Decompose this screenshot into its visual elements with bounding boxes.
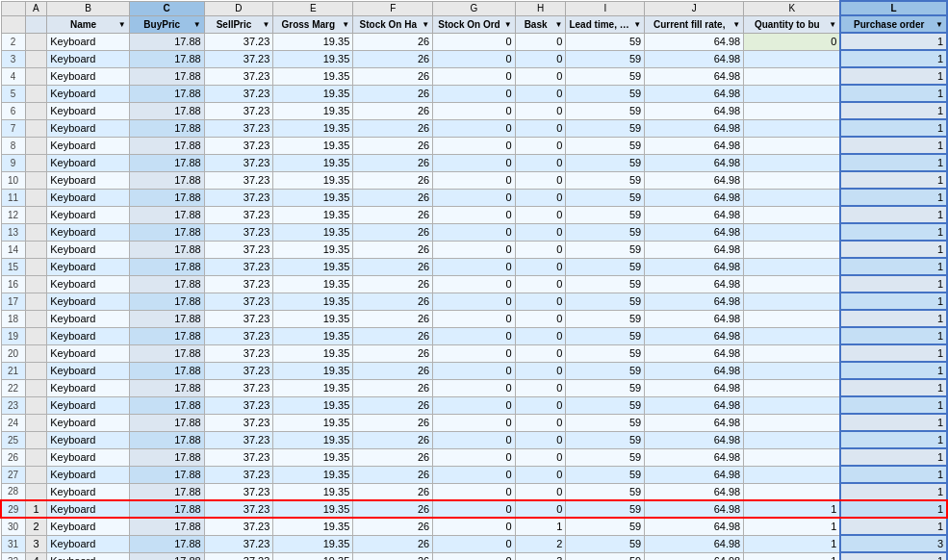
cell-g[interactable]: 0 (433, 552, 515, 560)
cell-i[interactable]: 59 (566, 552, 645, 560)
cell-b[interactable]: Keyboard (47, 241, 129, 258)
cell-f[interactable]: 26 (353, 67, 433, 85)
cell-d[interactable]: 37.23 (204, 189, 273, 206)
cell-i[interactable]: 59 (566, 535, 645, 552)
cell-h[interactable]: 0 (515, 85, 566, 102)
table-row[interactable]: 24Keyboard17.8837.2319.3526005964.981 (1, 414, 947, 431)
cell-j[interactable]: 64.98 (645, 344, 744, 362)
cell-i[interactable]: 59 (566, 466, 645, 483)
cell-i[interactable]: 59 (566, 293, 645, 310)
cell-a[interactable] (25, 448, 47, 466)
table-row[interactable]: 324Keyboard17.8837.2319.3526035964.9811 (1, 552, 947, 560)
cell-j[interactable]: 64.98 (645, 500, 744, 518)
cell-a[interactable] (25, 414, 47, 431)
cell-k[interactable] (744, 119, 841, 137)
cell-k[interactable] (744, 85, 841, 102)
cell-g[interactable]: 0 (433, 171, 515, 189)
cell-c[interactable]: 17.88 (129, 344, 204, 362)
cell-f[interactable]: 26 (353, 535, 433, 552)
col-letter-g[interactable]: G (433, 1, 515, 15)
cell-d[interactable]: 37.23 (204, 379, 273, 396)
filter-j-icon[interactable]: ▼ (732, 20, 740, 29)
cell-c[interactable]: 17.88 (129, 223, 204, 241)
cell-b[interactable]: Keyboard (47, 500, 129, 518)
cell-e[interactable]: 19.35 (273, 344, 353, 362)
header-col-b[interactable]: Name ▼ (47, 15, 129, 33)
cell-e[interactable]: 19.35 (273, 414, 353, 431)
col-letter-c[interactable]: C (129, 1, 204, 15)
cell-a[interactable] (25, 431, 47, 448)
cell-a[interactable] (25, 223, 47, 241)
cell-e[interactable]: 19.35 (273, 119, 353, 137)
cell-a[interactable] (25, 102, 47, 119)
table-row[interactable]: 26Keyboard17.8837.2319.3526005964.981 (1, 448, 947, 466)
cell-e[interactable]: 19.35 (273, 466, 353, 483)
table-row[interactable]: 4Keyboard17.8837.2319.3526005964.981 (1, 67, 947, 85)
cell-e[interactable]: 19.35 (273, 535, 353, 552)
cell-l[interactable]: 1 (840, 50, 947, 67)
cell-a[interactable] (25, 50, 47, 67)
cell-f[interactable]: 26 (353, 102, 433, 119)
cell-e[interactable]: 19.35 (273, 518, 353, 535)
cell-f[interactable]: 26 (353, 310, 433, 327)
cell-l[interactable]: 1 (840, 206, 947, 223)
cell-l[interactable]: 1 (840, 483, 947, 500)
table-row[interactable]: 25Keyboard17.8837.2319.3526005964.981 (1, 431, 947, 448)
cell-h[interactable]: 0 (515, 448, 566, 466)
cell-d[interactable]: 37.23 (204, 535, 273, 552)
cell-j[interactable]: 64.98 (645, 171, 744, 189)
cell-a[interactable] (25, 362, 47, 379)
cell-l[interactable]: 1 (840, 275, 947, 293)
cell-g[interactable]: 0 (433, 431, 515, 448)
cell-l[interactable]: 1 (840, 327, 947, 344)
cell-a[interactable] (25, 171, 47, 189)
cell-d[interactable]: 37.23 (204, 223, 273, 241)
cell-g[interactable]: 0 (433, 275, 515, 293)
cell-c[interactable]: 17.88 (129, 379, 204, 396)
header-col-d[interactable]: SellPric ▼ (204, 15, 273, 33)
cell-d[interactable]: 37.23 (204, 431, 273, 448)
cell-i[interactable]: 59 (566, 379, 645, 396)
cell-h[interactable]: 0 (515, 362, 566, 379)
col-letter-f[interactable]: F (353, 1, 433, 15)
cell-f[interactable]: 26 (353, 189, 433, 206)
cell-c[interactable]: 17.88 (129, 483, 204, 500)
cell-i[interactable]: 59 (566, 344, 645, 362)
cell-g[interactable]: 0 (433, 310, 515, 327)
cell-b[interactable]: Keyboard (47, 535, 129, 552)
cell-i[interactable]: 59 (566, 483, 645, 500)
cell-g[interactable]: 0 (433, 119, 515, 137)
table-row[interactable]: 6Keyboard17.8837.2319.3526005964.981 (1, 102, 947, 119)
cell-h[interactable]: 0 (515, 102, 566, 119)
cell-a[interactable] (25, 327, 47, 344)
table-row[interactable]: 15Keyboard17.8837.2319.3526005964.981 (1, 258, 947, 275)
cell-f[interactable]: 26 (353, 33, 433, 50)
cell-d[interactable]: 37.23 (204, 102, 273, 119)
cell-f[interactable]: 26 (353, 379, 433, 396)
cell-d[interactable]: 37.23 (204, 344, 273, 362)
cell-f[interactable]: 26 (353, 448, 433, 466)
cell-b[interactable]: Keyboard (47, 448, 129, 466)
cell-c[interactable]: 17.88 (129, 518, 204, 535)
cell-b[interactable]: Keyboard (47, 275, 129, 293)
table-row[interactable]: 11Keyboard17.8837.2319.3526005964.981 (1, 189, 947, 206)
cell-b[interactable]: Keyboard (47, 379, 129, 396)
cell-i[interactable]: 59 (566, 500, 645, 518)
cell-i[interactable]: 59 (566, 102, 645, 119)
filter-e-icon[interactable]: ▼ (342, 20, 349, 29)
cell-d[interactable]: 37.23 (204, 241, 273, 258)
cell-c[interactable]: 17.88 (129, 33, 204, 50)
cell-k[interactable]: 0 (744, 33, 841, 50)
cell-c[interactable]: 17.88 (129, 552, 204, 560)
cell-a[interactable]: 2 (25, 518, 47, 535)
cell-j[interactable]: 64.98 (645, 258, 744, 275)
cell-k[interactable] (744, 396, 841, 414)
cell-h[interactable]: 0 (515, 137, 566, 154)
cell-c[interactable]: 17.88 (129, 137, 204, 154)
cell-e[interactable]: 19.35 (273, 50, 353, 67)
cell-i[interactable]: 59 (566, 275, 645, 293)
cell-a[interactable] (25, 241, 47, 258)
cell-h[interactable]: 3 (515, 552, 566, 560)
cell-a[interactable] (25, 67, 47, 85)
cell-f[interactable]: 26 (353, 258, 433, 275)
